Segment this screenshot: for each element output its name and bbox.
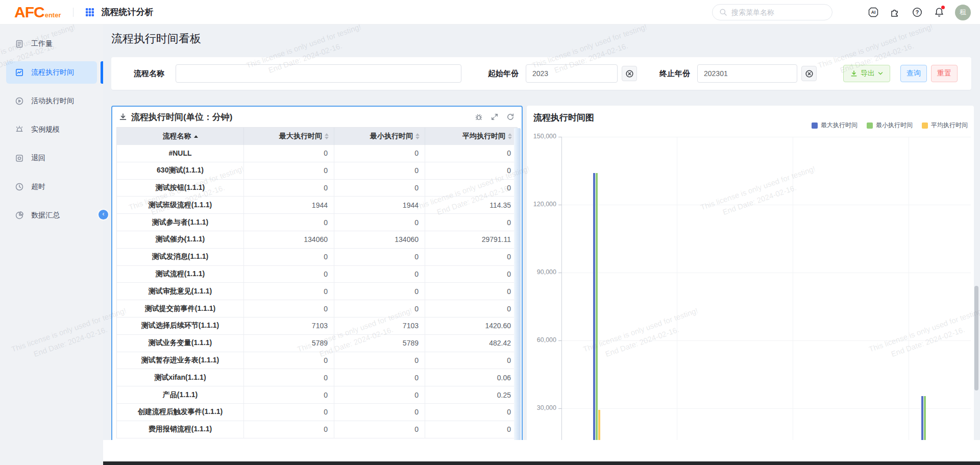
sidebar-item-label: 退回: [31, 154, 45, 163]
legend-swatch: [867, 123, 873, 129]
svg-text:?: ?: [916, 9, 919, 15]
value-cell: 0: [425, 300, 517, 317]
table-row[interactable]: 测试xifan(1.1.1)000.06: [117, 369, 517, 386]
avatar[interactable]: 租: [955, 5, 971, 20]
table-row[interactable]: 测试班级流程(1.1.1)19441944114.35: [117, 197, 517, 214]
sidebar-item-5[interactable]: 退回: [6, 147, 97, 169]
value-cell: 0: [334, 369, 425, 386]
download-icon: [850, 70, 857, 77]
table-row[interactable]: 测试按钮(1.1.1)000: [117, 180, 517, 197]
value-cell: 0: [425, 283, 517, 300]
notification-icon[interactable]: [933, 6, 945, 18]
table-row[interactable]: 产品(1.1.1)000.25: [117, 386, 517, 404]
process-name-input[interactable]: [176, 64, 461, 83]
bar-平均执行时间: [598, 410, 600, 443]
reset-button[interactable]: 重置: [931, 65, 958, 82]
logo-text: AFC: [14, 5, 44, 20]
sidebar-item-label: 实例规模: [31, 125, 60, 134]
table-row[interactable]: 费用报销流程(1.1.1)000: [117, 421, 517, 438]
end-year-input[interactable]: [697, 64, 797, 83]
refresh-icon[interactable]: [506, 112, 515, 121]
help-icon[interactable]: ?: [911, 6, 923, 18]
table-row[interactable]: #NULL000: [117, 145, 517, 162]
plugin-icon[interactable]: [889, 6, 901, 18]
sidebar-item-1[interactable]: 工作量: [6, 33, 97, 55]
logo-suffix: enter: [45, 11, 61, 19]
value-cell: 0: [244, 421, 334, 438]
legend-item[interactable]: 最大执行时间: [812, 121, 857, 130]
content-scrollbar-thumb[interactable]: [974, 286, 978, 390]
table-row[interactable]: 测试选择后续环节(1.1.1)710371031420.60: [117, 317, 517, 335]
end-year-clear-button[interactable]: [801, 66, 817, 81]
y-axis-label: 120,000: [528, 201, 556, 208]
table-row[interactable]: 630测试(1.1.1)000: [117, 162, 517, 180]
export-label: 导出: [861, 69, 875, 78]
start-year-input[interactable]: [526, 64, 618, 83]
return-icon: [15, 154, 24, 163]
legend-swatch: [922, 123, 928, 129]
column-header-label: 平均执行时间: [462, 132, 505, 141]
apps-grid-icon[interactable]: [84, 6, 96, 18]
export-button[interactable]: 导出: [843, 65, 890, 82]
sidebar-item-3[interactable]: 活动执行时间: [6, 90, 97, 112]
process-name-cell: 测试xifan(1.1.1): [117, 369, 244, 386]
debug-icon[interactable]: [474, 112, 483, 121]
column-header-1[interactable]: 流程名称: [117, 128, 244, 145]
expand-icon[interactable]: [490, 112, 499, 121]
column-header-3[interactable]: 最小执行时间: [334, 128, 425, 145]
value-cell: 0: [425, 180, 517, 197]
value-cell: 1944: [334, 197, 425, 213]
legend-swatch: [812, 123, 818, 129]
table-row[interactable]: 测试审批意见(1.1.1)000: [117, 283, 517, 300]
table-scrollbar[interactable]: [514, 128, 521, 442]
main-content: 流程执行时间看板 流程名称 起始年份 终止年份 导出: [103, 25, 980, 465]
app-logo[interactable]: AFC enter: [14, 5, 61, 20]
sidebar-item-4[interactable]: 实例规模: [6, 118, 97, 141]
search-input[interactable]: [731, 8, 813, 16]
x-gridline: [677, 137, 677, 443]
table-row[interactable]: 测试提交前事件(1.1.1)000: [117, 300, 517, 317]
top-header: AFC enter 流程统计分析 AI: [0, 0, 980, 25]
table-row[interactable]: 测试暂存进业务表(1.1.1)000: [117, 352, 517, 370]
y-gridline: [561, 340, 971, 341]
legend-item[interactable]: 最小执行时间: [867, 121, 913, 130]
table-row[interactable]: 测试发消息(1.1.1)000: [117, 249, 517, 266]
value-cell: 0.25: [425, 386, 517, 403]
value-cell: 0: [334, 266, 425, 283]
search-icon: [719, 8, 727, 16]
sidebar-item-label: 流程执行时间: [31, 68, 74, 77]
value-cell: 0: [425, 404, 517, 421]
value-cell: 7103: [244, 317, 334, 334]
sidebar-item-6[interactable]: 超时: [6, 176, 97, 198]
query-button[interactable]: 查询: [900, 65, 927, 82]
x-gridline: [793, 137, 793, 443]
sidebar-item-7[interactable]: 数据汇总: [6, 204, 97, 227]
column-header-2[interactable]: 最大执行时间: [244, 128, 334, 145]
execution-time-table-panel: 流程执行时间(单位：分钟) 流程名称最大执行时间最小执行时间平均执行时间 #NU…: [111, 106, 523, 443]
table-row[interactable]: 测试业务变量(1.1.1)57895789482.42: [117, 335, 517, 352]
download-icon[interactable]: [119, 113, 127, 121]
value-cell: 0: [244, 283, 334, 300]
sidebar-item-2[interactable]: 流程执行时间: [6, 61, 97, 84]
table-row[interactable]: 测试流程(1.1.1)000: [117, 266, 517, 283]
legend-item[interactable]: 平均执行时间: [922, 121, 968, 130]
table-row[interactable]: 测试催办(1.1.1)13406013406029791.11: [117, 231, 517, 249]
value-cell: 0: [425, 421, 517, 438]
y-gridline: [561, 408, 971, 409]
value-cell: 0: [244, 352, 334, 369]
menu-search[interactable]: [712, 4, 832, 20]
ai-icon[interactable]: AI: [867, 6, 879, 18]
sort-icon: [415, 133, 420, 139]
process-name-cell: 测试暂存进业务表(1.1.1): [117, 352, 244, 369]
sidebar-item-label: 活动执行时间: [31, 96, 74, 106]
y-gridline: [561, 205, 971, 205]
sidebar-collapse-button[interactable]: ‹: [99, 210, 108, 219]
bar-最大执行时间: [593, 173, 595, 443]
column-header-4[interactable]: 平均执行时间: [425, 128, 517, 145]
value-cell: 0: [244, 369, 334, 386]
y-axis-label: 30,000: [528, 404, 556, 411]
table-row[interactable]: 创建流程后触发事件(1.1.1)000: [117, 404, 517, 421]
start-year-clear-button[interactable]: [622, 66, 637, 81]
start-year-label: 起始年份: [488, 69, 519, 79]
table-row[interactable]: 测试参与者(1.1.1)000: [117, 214, 517, 231]
